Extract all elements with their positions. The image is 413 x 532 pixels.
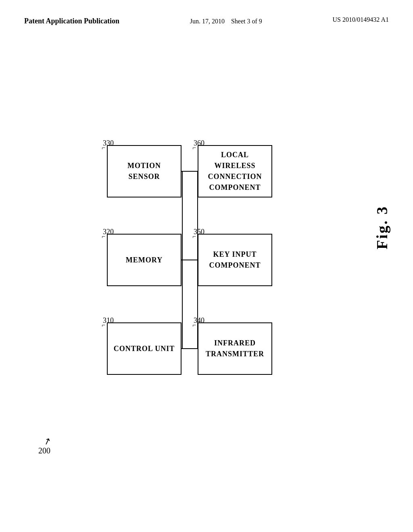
infrared-transmitter-box: INFRAREDTRANSMITTER [198,322,272,375]
publication-title: Patent Application Publication [24,16,119,26]
ref-200: 200 [38,446,50,455]
ref-340-bracket: ⌐ [192,322,196,329]
diagram-area: MOTIONSENSOR 330 ⌐ MEMORY 320 ⌐ CONTROL … [0,64,413,488]
local-wireless-box: LOCALWIRELESSCONNECTIONCOMPONENT [198,145,272,197]
ref-330-bracket: ⌐ [102,144,105,152]
motion-sensor-box: MOTIONSENSOR [107,145,181,197]
ref-360-bracket: ⌐ [192,144,196,152]
publication-date-sheet: Jun. 17, 2010 Sheet 3 of 9 [190,16,262,27]
publication-number: US 2010/0149432 A1 [332,16,389,23]
ref-320-bracket: ⌐ [102,233,105,240]
ref-310-bracket: ⌐ [102,322,105,329]
page-header: Patent Application Publication Jun. 17, … [0,0,413,27]
memory-box: MEMORY [107,234,181,286]
key-input-box: KEY INPUTCOMPONENT [198,234,272,286]
ref-350-bracket: ⌐ [192,233,196,240]
fig-label: Fig. 3 [373,206,391,249]
control-unit-box: CONTROL UNIT [107,322,181,375]
